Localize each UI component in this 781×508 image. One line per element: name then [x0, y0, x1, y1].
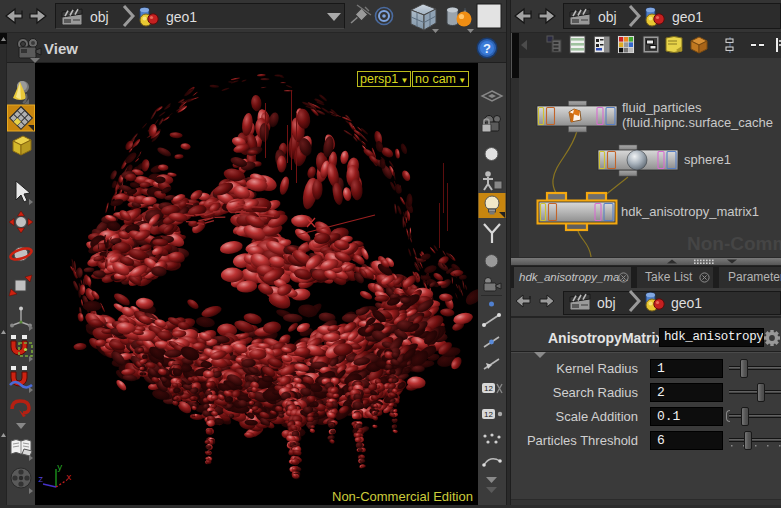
svg-text:y: y — [57, 463, 63, 473]
svg-text:12: 12 — [484, 410, 493, 419]
svg-text:z: z — [38, 475, 43, 485]
svg-text:?: ? — [483, 41, 491, 56]
svg-text:x: x — [66, 473, 71, 483]
svg-text:12: 12 — [484, 384, 493, 393]
